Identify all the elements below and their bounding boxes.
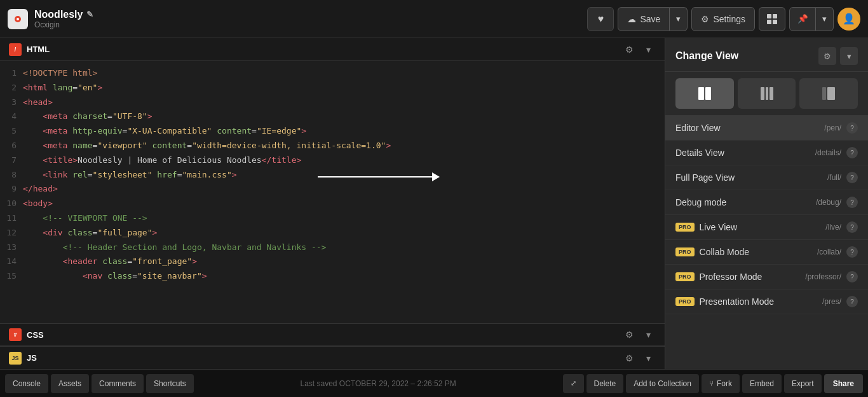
css-panel-settings: ⚙ ▾ xyxy=(621,327,656,342)
js-panel-tab: JS JS ⚙ ▾ xyxy=(0,346,665,369)
code-line: 5 <meta http-equiv="X-UA-Compatible" con… xyxy=(0,124,665,139)
html-panel-settings: ⚙ ▾ xyxy=(621,42,656,57)
menu-item-live-view[interactable]: PRO Live View /live/ ? xyxy=(665,215,868,240)
view-options xyxy=(665,72,868,116)
shortcuts-tab[interactable]: Shortcuts xyxy=(146,374,194,393)
code-line: 6 <meta name="viewport" content="width=d… xyxy=(0,139,665,153)
css-tab-label: CSS xyxy=(27,330,44,340)
comments-tab[interactable]: Comments xyxy=(92,374,144,393)
svg-rect-13 xyxy=(827,87,835,100)
menu-item-full-page-view[interactable]: Full Page View /full/ ? xyxy=(665,165,868,190)
share-button[interactable]: Share xyxy=(824,374,863,393)
save-label: Save xyxy=(640,14,660,24)
js-tab-label: JS xyxy=(27,353,37,363)
menu-item-debug-mode[interactable]: Debug mode /debug/ ? xyxy=(665,190,868,215)
menu-item-details-view[interactable]: Details View /details/ ? xyxy=(665,141,868,165)
view-full-editor-button[interactable] xyxy=(675,78,734,109)
settings-button[interactable]: ⚙ Settings xyxy=(691,7,755,31)
code-line: 9 </head> xyxy=(0,182,665,197)
assets-tab[interactable]: Assets xyxy=(51,374,89,393)
js-settings-icon[interactable]: ⚙ xyxy=(621,351,637,366)
main-area: / HTML ⚙ ▾ 1 <!DOCTYPE html> 2 <html lan… xyxy=(0,38,868,369)
code-line: 11 <!-- VIEWPORT ONE --> xyxy=(0,211,665,226)
code-line: 1 <!DOCTYPE html> xyxy=(0,66,665,81)
view-preview-button[interactable] xyxy=(799,78,858,109)
logo-area: Noodlesly ✎ Ocxigin xyxy=(8,9,587,29)
change-view-title: Change View xyxy=(675,50,738,62)
editor-view-help-icon[interactable]: ? xyxy=(846,122,858,134)
svg-rect-8 xyxy=(705,87,711,100)
header: Noodlesly ✎ Ocxigin ♥ ☁ Save ▾ ⚙ Setting… xyxy=(0,0,868,38)
change-view-settings-icon[interactable]: ⚙ xyxy=(818,47,836,65)
html-tab-icon: / xyxy=(9,43,22,56)
open-new-tab-button[interactable]: ⤢ xyxy=(563,374,584,393)
menu-item-professor-mode[interactable]: PRO Professor Mode /professor/ ? xyxy=(665,265,868,289)
cloud-icon: ☁ xyxy=(627,14,636,24)
user-avatar[interactable]: 👤 xyxy=(837,8,860,31)
change-view-header-actions: ⚙ ▾ xyxy=(818,47,858,65)
menu-item-presentation-mode[interactable]: PRO Presentation Mode /pres/ ? xyxy=(665,289,868,314)
gear-icon: ⚙ xyxy=(701,14,709,24)
css-expand-icon[interactable]: ▾ xyxy=(641,327,656,342)
change-view-menu: Editor View /pen/ ? Details View /detail… xyxy=(665,116,868,369)
html-settings-icon[interactable]: ⚙ xyxy=(621,42,637,57)
edit-title-icon[interactable]: ✎ xyxy=(86,10,93,19)
settings-label: Settings xyxy=(713,14,745,24)
export-button[interactable]: Export xyxy=(784,374,822,393)
collab-mode-help-icon[interactable]: ? xyxy=(846,246,858,258)
header-actions: ♥ ☁ Save ▾ ⚙ Settings 📌 ▾ 👤 xyxy=(587,7,860,31)
save-dropdown-button[interactable]: ▾ xyxy=(670,7,688,31)
code-line: 8 <link rel="stylesheet" href="main.css"… xyxy=(0,168,665,183)
fork-button[interactable]: ⑂ Fork xyxy=(702,374,740,393)
pin-button[interactable]: 📌 xyxy=(789,7,816,31)
js-panel-settings: ⚙ ▾ xyxy=(621,351,656,366)
svg-rect-11 xyxy=(770,87,773,100)
code-line: 15 <nav class="site_navbar"> xyxy=(0,269,665,284)
css-panel-tab: # CSS ⚙ ▾ xyxy=(0,323,665,346)
save-button[interactable]: ☁ Save xyxy=(618,7,670,31)
fork-icon: ⑂ xyxy=(709,379,714,388)
last-saved-text: Last saved OCTOBER 29, 2022 – 2:26:52 PM xyxy=(196,379,560,388)
html-code-area: 1 <!DOCTYPE html> 2 <html lang="en"> 3 <… xyxy=(0,61,665,323)
js-tab-icon: JS xyxy=(9,352,22,365)
svg-rect-7 xyxy=(698,87,704,100)
change-view-header: Change View ⚙ ▾ xyxy=(665,38,868,72)
html-panel-tab: / HTML ⚙ ▾ xyxy=(0,38,665,61)
js-expand-icon[interactable]: ▾ xyxy=(641,351,656,366)
css-settings-icon[interactable]: ⚙ xyxy=(621,327,637,342)
view-toggle-button[interactable] xyxy=(759,7,785,31)
code-line: 13 <!-- Header Section and Logo, Navbar … xyxy=(0,240,665,255)
full-page-view-help-icon[interactable]: ? xyxy=(846,172,858,183)
code-line: 12 <div class="full_page"> xyxy=(0,226,665,240)
view-split-button[interactable] xyxy=(738,78,796,109)
code-line: 14 <header class="front_page"> xyxy=(0,254,665,269)
save-button-group: ☁ Save ▾ xyxy=(618,7,688,31)
menu-item-collab-mode[interactable]: PRO Collab Mode /collab/ ? xyxy=(665,240,868,265)
presentation-mode-help-icon[interactable]: ? xyxy=(846,296,858,307)
svg-rect-12 xyxy=(822,87,826,100)
add-to-collection-button[interactable]: Add to Collection xyxy=(626,374,699,393)
svg-rect-9 xyxy=(761,87,764,100)
menu-item-editor-view[interactable]: Editor View /pen/ ? xyxy=(665,116,868,141)
change-view-close-icon[interactable]: ▾ xyxy=(840,47,858,65)
pin-dropdown-button[interactable]: ▾ xyxy=(816,7,834,31)
live-view-help-icon[interactable]: ? xyxy=(846,221,858,233)
details-view-help-icon[interactable]: ? xyxy=(846,147,858,158)
code-editor[interactable]: 1 <!DOCTYPE html> 2 <html lang="en"> 3 <… xyxy=(0,61,665,289)
professor-mode-help-icon[interactable]: ? xyxy=(846,271,858,282)
console-tab[interactable]: Console xyxy=(5,374,48,393)
embed-button[interactable]: Embed xyxy=(742,374,782,393)
app-title: Noodlesly ✎ xyxy=(34,9,93,20)
svg-rect-5 xyxy=(767,20,771,24)
html-tab-label: HTML xyxy=(27,45,50,54)
html-expand-icon[interactable]: ▾ xyxy=(641,42,656,57)
delete-button[interactable]: Delete xyxy=(587,374,624,393)
code-line: 7 <title>Noodlesly | Home of Delicious N… xyxy=(0,153,665,168)
favorite-button[interactable]: ♥ xyxy=(587,7,614,31)
css-tab-icon: # xyxy=(9,328,22,341)
debug-mode-help-icon[interactable]: ? xyxy=(846,197,858,208)
open-icon: ⤢ xyxy=(571,379,576,387)
bottom-right-actions: ⤢ Delete Add to Collection ⑂ Fork Embed … xyxy=(563,374,864,393)
app-subtitle: Ocxigin xyxy=(34,20,93,29)
pin-button-group: 📌 ▾ xyxy=(789,7,834,31)
